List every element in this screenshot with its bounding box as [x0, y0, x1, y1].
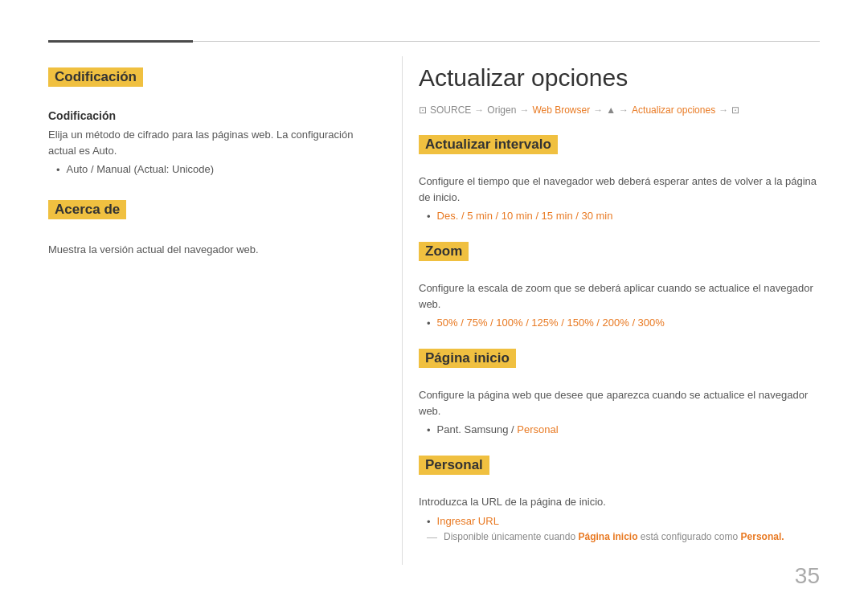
breadcrumb-arrow3: →: [593, 104, 603, 116]
actualizar-intervalo-description: Configure el tiempo que el navegador web…: [419, 174, 820, 205]
breadcrumb: ⊡ SOURCE → Origen → Web Browser → ▲ → Ac…: [419, 104, 820, 116]
codificacion-description: Elija un método de cifrado para las pági…: [48, 127, 370, 158]
breadcrumb-triangle: ▲: [606, 104, 616, 116]
right-column: Actualizar opciones ⊡ SOURCE → Origen → …: [402, 56, 820, 565]
note-text: Disponible únicamente cuando Página inic…: [444, 531, 784, 542]
personal-section: Personal Introduzca la URL de la página …: [419, 456, 820, 543]
zoom-section: Zoom Configure la escala de zoom que se …: [419, 242, 820, 329]
codificacion-subtitle: Codificación: [48, 109, 370, 122]
source-icon: ⊡: [419, 104, 427, 116]
page-number: 35: [795, 563, 820, 589]
personal-description: Introduzca la URL de la página de inicio…: [419, 494, 820, 510]
breadcrumb-arrow5: →: [719, 104, 728, 116]
pagina-inicio-description: Configure la página web que desee que ap…: [419, 387, 820, 419]
acerca-title: Acerca de: [48, 200, 370, 231]
page-title: Actualizar opciones: [419, 64, 820, 92]
breadcrumb-webbrowser: Web Browser: [532, 104, 590, 116]
zoom-description: Configure la escala de zoom que se deber…: [419, 280, 820, 312]
breadcrumb-end-icon: ⊡: [731, 104, 739, 116]
actualizar-intervalo-title: Actualizar intervalo: [419, 135, 558, 154]
codificacion-bullet: • Auto / Manual (Actual: Unicode): [56, 163, 370, 176]
personal-note: — Disponible únicamente cuando Página in…: [427, 531, 820, 543]
breadcrumb-origen: Origen: [487, 104, 516, 116]
left-column: Codificación Codificación Elija un métod…: [48, 56, 402, 565]
breadcrumb-actualizar: Actualizar opciones: [632, 104, 715, 116]
divider-thick: [48, 40, 193, 43]
acerca-description: Muestra la versión actual del navegador …: [48, 242, 370, 258]
pagina-inicio-bullet: • Pant. Samsung / Personal: [427, 423, 820, 436]
acerca-section: Acerca de Muestra la versión actual del …: [48, 200, 370, 258]
breadcrumb-arrow4: →: [619, 104, 628, 116]
actualizar-intervalo-bullet: • Des. / 5 min / 10 min / 15 min / 30 mi…: [427, 210, 820, 223]
personal-bullet: • Ingresar URL: [427, 515, 820, 528]
codificacion-title: Codificación: [48, 67, 370, 98]
zoom-title: Zoom: [419, 242, 469, 261]
pagina-inicio-section: Página inicio Configure la página web qu…: [419, 349, 820, 436]
zoom-bullet: • 50% / 75% / 100% / 125% / 150% / 200% …: [427, 317, 820, 329]
breadcrumb-arrow1: →: [474, 104, 484, 116]
personal-title: Personal: [419, 456, 489, 475]
pagina-inicio-options: Pant. Samsung / Personal: [437, 423, 559, 435]
actualizar-intervalo-section: Actualizar intervalo Configure el tiempo…: [419, 135, 820, 223]
breadcrumb-arrow2: →: [519, 104, 529, 116]
breadcrumb-source: SOURCE: [430, 104, 471, 116]
note-dash: —: [427, 531, 437, 543]
pagina-inicio-title: Página inicio: [419, 349, 516, 368]
divider-thin: [193, 41, 820, 42]
codificacion-section: Codificación Codificación Elija un métod…: [48, 67, 370, 176]
